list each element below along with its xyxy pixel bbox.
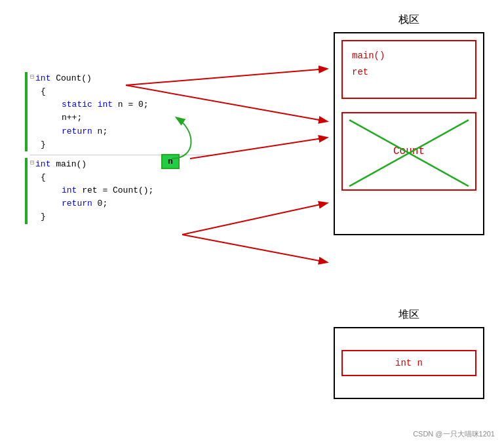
code-panel: ⊟ int Count() { static int n = 0; n++; r… [13,72,216,224]
code-line-5: return n; [13,125,216,138]
stack-area: 栈区 main() ret Count [334,13,484,235]
code-line-3: static int n = 0; [13,98,216,111]
code-line-7: ⊟ int main() [13,158,216,171]
code-line-9: int ret = Count(); [13,184,216,197]
heap-label: int n [356,358,462,368]
green-bar [25,85,28,98]
code-text: int main() [35,158,87,171]
n-label: n [161,154,180,169]
stack-title: 栈区 [334,13,484,27]
code-line-1: ⊟ int Count() [13,72,216,85]
main-label: main() [352,48,466,64]
code-text: int ret = Count(); [30,184,153,197]
code-text: } [30,138,46,151]
code-text: int Count() [35,72,92,85]
separator-line [30,155,214,155]
fold-icon: ⊟ [30,72,34,83]
green-bar [25,98,28,111]
main-stack-box: main() ret [341,40,476,99]
heap-inner: int n [341,350,476,376]
green-bar [25,72,28,85]
watermark: CSDN @一只大喵咪1201 [413,429,495,439]
green-bar [25,125,28,138]
code-text: { [30,171,46,184]
stack-outer: main() ret Count [334,32,484,235]
code-text: static int n = 0; [30,98,149,111]
green-bar [25,184,28,197]
heap-area: 堆区 int n [334,308,484,399]
heap-title: 堆区 [334,308,484,322]
code-line-8: { [13,171,216,184]
code-text: } [30,210,46,223]
code-text: return n; [30,125,107,138]
count-stack-box: Count [341,112,476,191]
code-text: return 0; [30,197,107,210]
green-bar [25,111,28,125]
code-line-4: n++; [13,111,216,125]
green-bar [25,138,28,151]
green-bar [25,210,28,223]
code-line-10: return 0; [13,197,216,210]
heap-outer: int n [334,327,484,399]
ret-label: ret [352,64,466,81]
separator-space [13,151,216,158]
count-label: Count [393,142,425,161]
green-bar [25,158,28,171]
fold-icon: ⊟ [30,158,34,168]
code-line-11: } [13,210,216,223]
arrow-ret-to-count-bot [182,235,326,262]
code-text: n++; [30,111,82,125]
green-bar [25,171,28,184]
code-text: { [30,85,46,98]
code-line-2: { [13,85,216,98]
code-line-6: } [13,138,216,151]
green-bar [25,197,28,210]
